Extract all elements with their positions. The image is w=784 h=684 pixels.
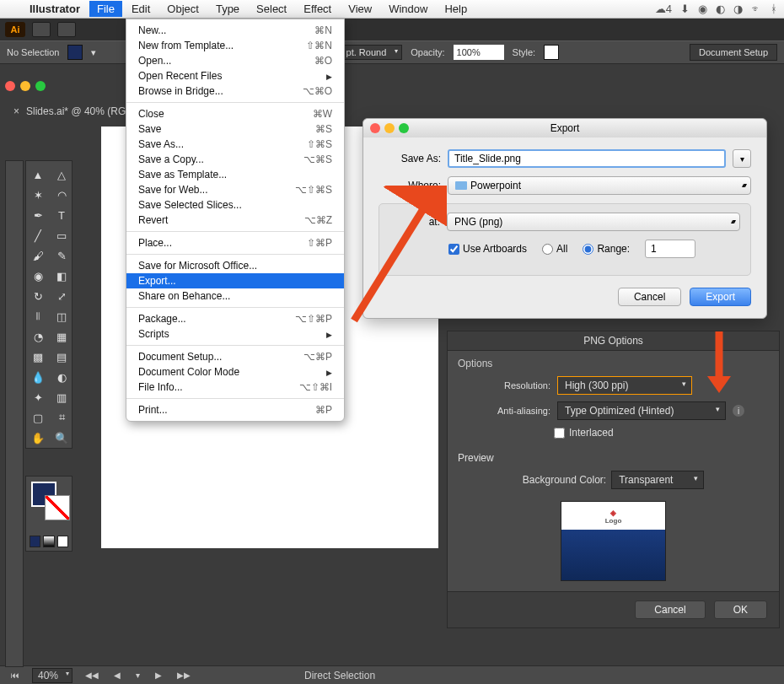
- menu-item-save-as-template[interactable]: Save as Template...: [126, 167, 344, 182]
- dropbox-icon[interactable]: ⬇: [680, 3, 690, 15]
- menu-item-document-setup[interactable]: Document Setup...⌥⌘P: [126, 349, 344, 364]
- graph-tool-icon[interactable]: ▥: [50, 387, 73, 407]
- bluetooth-icon[interactable]: ᚼ: [771, 3, 777, 15]
- battery-icon[interactable]: ◑: [733, 3, 743, 15]
- export-cancel-button[interactable]: Cancel: [618, 288, 681, 306]
- tab-close-icon[interactable]: ×: [13, 105, 19, 117]
- dialog-zoom-icon[interactable]: [399, 123, 409, 133]
- format-dropdown[interactable]: PNG (png): [447, 213, 740, 231]
- menu-item-revert[interactable]: Revert⌥⌘Z: [126, 213, 344, 228]
- zoom-first-icon[interactable]: ⏮: [8, 671, 22, 680]
- sync-icon[interactable]: ◉: [698, 3, 707, 15]
- stroke-color-swatch[interactable]: [45, 495, 70, 520]
- menu-item-save[interactable]: Save⌘S: [126, 121, 344, 137]
- zoom-dropdown[interactable]: 40%: [32, 668, 72, 683]
- menu-item-open-recent-files[interactable]: Open Recent Files: [126, 68, 344, 83]
- menu-item-file-info[interactable]: File Info...⌥⇧⌘I: [126, 380, 344, 395]
- app-menu[interactable]: Illustrator: [22, 1, 88, 17]
- magic-wand-tool-icon[interactable]: ✶: [26, 185, 50, 205]
- export-confirm-button[interactable]: Export: [690, 288, 751, 306]
- bridge-icon[interactable]: [32, 22, 51, 37]
- filename-input[interactable]: [448, 149, 726, 168]
- status-icon[interactable]: ◐: [716, 3, 725, 15]
- artboard-next2-icon[interactable]: ▶▶: [175, 671, 193, 680]
- pen-tool-icon[interactable]: ✒: [26, 205, 50, 225]
- artboard-prev-icon[interactable]: ◀◀: [83, 671, 101, 680]
- menu-item-scripts[interactable]: Scripts: [126, 326, 344, 342]
- interlaced-checkbox[interactable]: Interlaced: [554, 423, 779, 444]
- gradient-tool-icon[interactable]: ▤: [50, 347, 73, 367]
- png-cancel-button[interactable]: Cancel: [635, 601, 705, 619]
- where-dropdown[interactable]: Powerpoint: [448, 176, 751, 195]
- shape-builder-tool-icon[interactable]: ◔: [26, 326, 50, 347]
- menu-help[interactable]: Help: [437, 1, 475, 17]
- dialog-minimize-icon[interactable]: [384, 123, 395, 133]
- menu-item-new-from-template[interactable]: New from Template...⇧⌘N: [126, 38, 344, 53]
- menu-file[interactable]: File: [89, 1, 122, 17]
- fill-swatch[interactable]: [67, 45, 83, 60]
- arrange-icon[interactable]: [57, 22, 76, 37]
- menu-item-save-for-microsoft-office[interactable]: Save for Microsoft Office...: [126, 258, 344, 273]
- menu-item-share-on-behance[interactable]: Share on Behance...: [126, 288, 344, 304]
- zoom-window-icon[interactable]: [35, 81, 46, 91]
- pencil-tool-icon[interactable]: ✎: [50, 245, 73, 266]
- menu-item-save-selected-slices[interactable]: Save Selected Slices...: [126, 197, 344, 213]
- menu-view[interactable]: View: [341, 1, 379, 17]
- mesh-tool-icon[interactable]: ▩: [26, 347, 50, 367]
- menu-item-print[interactable]: Print...⌘P: [126, 402, 344, 417]
- direct-selection-tool-icon[interactable]: △: [50, 164, 73, 185]
- artboard-tool-icon[interactable]: ▢: [26, 407, 50, 428]
- info-icon[interactable]: i: [733, 405, 744, 417]
- menu-item-package[interactable]: Package...⌥⇧⌘P: [126, 311, 344, 326]
- menu-object[interactable]: Object: [159, 1, 207, 17]
- cc-icon[interactable]: ☁4: [655, 3, 672, 15]
- resolution-dropdown[interactable]: High (300 ppi): [557, 376, 692, 395]
- artboard-next-icon[interactable]: ▶: [153, 671, 164, 680]
- range-radio[interactable]: Range:: [583, 243, 630, 255]
- menu-item-close[interactable]: Close⌘W: [126, 106, 344, 121]
- menu-item-document-color-mode[interactable]: Document Color Mode: [126, 364, 344, 380]
- menu-window[interactable]: Window: [381, 1, 435, 17]
- free-transform-tool-icon[interactable]: ◫: [50, 306, 73, 326]
- slice-tool-icon[interactable]: ⌗: [50, 407, 73, 428]
- style-swatch[interactable]: [544, 45, 559, 60]
- scale-tool-icon[interactable]: ⤢: [50, 286, 73, 306]
- perspective-tool-icon[interactable]: ▦: [50, 326, 73, 347]
- menu-item-new[interactable]: New...⌘N: [126, 23, 344, 38]
- menu-item-save-as[interactable]: Save As...⇧⌘S: [126, 137, 344, 152]
- anti-aliasing-dropdown[interactable]: Type Optimized (Hinted): [557, 401, 726, 420]
- symbol-sprayer-tool-icon[interactable]: ✦: [26, 387, 50, 407]
- menu-select[interactable]: Select: [249, 1, 294, 17]
- close-window-icon[interactable]: [5, 81, 15, 91]
- none-mode-icon[interactable]: [57, 536, 68, 547]
- rectangle-tool-icon[interactable]: ▭: [50, 225, 73, 245]
- disclose-button[interactable]: ▾: [733, 149, 751, 168]
- all-radio[interactable]: All: [542, 243, 567, 255]
- dialog-close-icon[interactable]: [370, 123, 380, 133]
- menu-effect[interactable]: Effect: [296, 1, 339, 17]
- paintbrush-tool-icon[interactable]: 🖌: [26, 245, 50, 266]
- use-artboards-checkbox[interactable]: Use Artboards: [448, 243, 527, 255]
- eyedropper-tool-icon[interactable]: 💧: [26, 367, 50, 387]
- width-tool-icon[interactable]: ⫴: [26, 306, 50, 326]
- menu-type[interactable]: Type: [208, 1, 247, 17]
- eraser-tool-icon[interactable]: ◧: [50, 266, 73, 286]
- rotate-tool-icon[interactable]: ↻: [26, 286, 50, 306]
- line-tool-icon[interactable]: ╱: [26, 225, 50, 245]
- png-ok-button[interactable]: OK: [714, 601, 767, 619]
- color-mode-icon[interactable]: [30, 536, 40, 547]
- artboard-prev2-icon[interactable]: ◀: [111, 671, 123, 680]
- blend-tool-icon[interactable]: ◐: [50, 367, 73, 387]
- menu-item-place[interactable]: Place...⇧⌘P: [126, 235, 344, 250]
- menu-item-save-a-copy[interactable]: Save a Copy...⌥⌘S: [126, 152, 344, 167]
- zoom-tool-icon[interactable]: 🔍: [50, 428, 73, 448]
- document-setup-button[interactable]: Document Setup: [690, 44, 777, 61]
- menu-edit[interactable]: Edit: [124, 1, 158, 17]
- stroke-dropdown-icon[interactable]: ▾: [91, 47, 96, 58]
- bgcolor-dropdown[interactable]: Transparent: [611, 471, 704, 489]
- gradient-mode-icon[interactable]: [43, 536, 54, 547]
- menu-item-browse-in-bridge[interactable]: Browse in Bridge...⌥⌘O: [126, 83, 344, 99]
- type-tool-icon[interactable]: T: [50, 205, 73, 225]
- artboard-num[interactable]: ▾: [133, 671, 142, 680]
- opacity-field[interactable]: 100%: [454, 45, 504, 60]
